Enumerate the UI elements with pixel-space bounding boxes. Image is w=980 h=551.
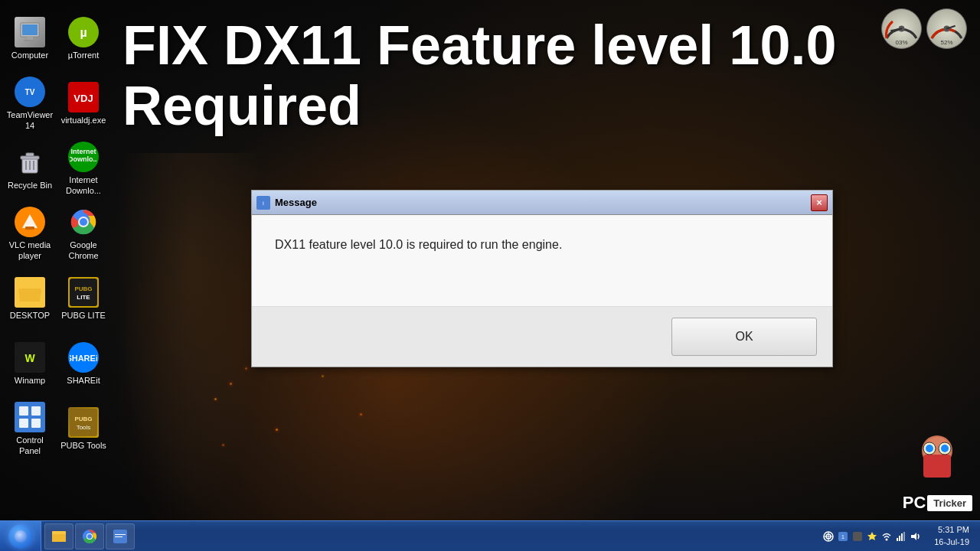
tray-icon-network[interactable] xyxy=(822,530,835,543)
start-button[interactable] xyxy=(0,521,41,552)
tray-icon-1[interactable]: 1 xyxy=(837,530,849,543)
svg-rect-76 xyxy=(903,532,905,541)
svg-marker-77 xyxy=(911,533,916,540)
clock-date: 16-Jul-19 xyxy=(934,536,969,548)
svg-text:i: i xyxy=(263,200,264,207)
clock-time: 5:31 PM xyxy=(934,524,969,536)
taskbar-app-button[interactable] xyxy=(106,523,135,549)
dialog-close-button[interactable]: × xyxy=(811,194,828,211)
system-tray: 1 xyxy=(818,521,926,551)
dialog-title: Message xyxy=(275,197,811,208)
dialog-body: DX11 feature level 10.0 is required to r… xyxy=(252,215,832,307)
dialog-ok-button[interactable]: OK xyxy=(671,318,817,356)
taskbar-clock[interactable]: 5:31 PM 16-Jul-19 xyxy=(929,524,974,548)
start-orb xyxy=(8,524,33,549)
svg-point-72 xyxy=(886,538,888,540)
svg-rect-64 xyxy=(115,536,122,537)
tray-icon-signal[interactable] xyxy=(895,530,907,543)
taskbar-explorer-button[interactable] xyxy=(44,523,74,549)
message-dialog: i Message × DX11 feature level 10.0 is r… xyxy=(251,190,833,367)
tray-icon-2[interactable] xyxy=(851,530,864,543)
start-orb-inner xyxy=(15,530,27,543)
svg-rect-75 xyxy=(901,533,903,541)
svg-rect-74 xyxy=(899,536,900,541)
taskbar-chrome-button[interactable] xyxy=(75,523,104,549)
svg-rect-58 xyxy=(52,534,66,542)
svg-rect-73 xyxy=(897,538,898,541)
dialog-titlebar: i Message × xyxy=(252,191,832,215)
dialog-message-text: DX11 feature level 10.0 is required to r… xyxy=(275,238,809,252)
tray-icon-volume[interactable] xyxy=(910,530,922,543)
dialog-footer: OK xyxy=(252,307,832,367)
taskbar-right-area: 1 5:31 PM 16-Jul-19 xyxy=(818,521,980,551)
tray-icon-3[interactable] xyxy=(866,530,878,543)
taskbar-pinned-area xyxy=(41,521,138,551)
svg-rect-63 xyxy=(115,534,126,535)
svg-rect-71 xyxy=(853,532,862,541)
svg-point-61 xyxy=(87,534,92,539)
dialog-title-icon: i xyxy=(256,196,270,210)
dialog-overlay: i Message × DX11 feature level 10.0 is r… xyxy=(0,0,980,520)
tray-icon-wifi[interactable] xyxy=(880,530,893,543)
svg-text:1: 1 xyxy=(841,534,844,540)
taskbar: 1 5:31 PM 16-Jul-19 xyxy=(0,520,980,551)
